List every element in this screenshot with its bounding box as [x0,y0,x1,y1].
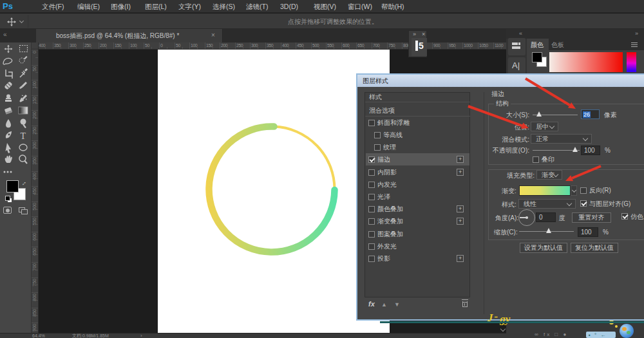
svg-text:T: T [21,131,26,141]
